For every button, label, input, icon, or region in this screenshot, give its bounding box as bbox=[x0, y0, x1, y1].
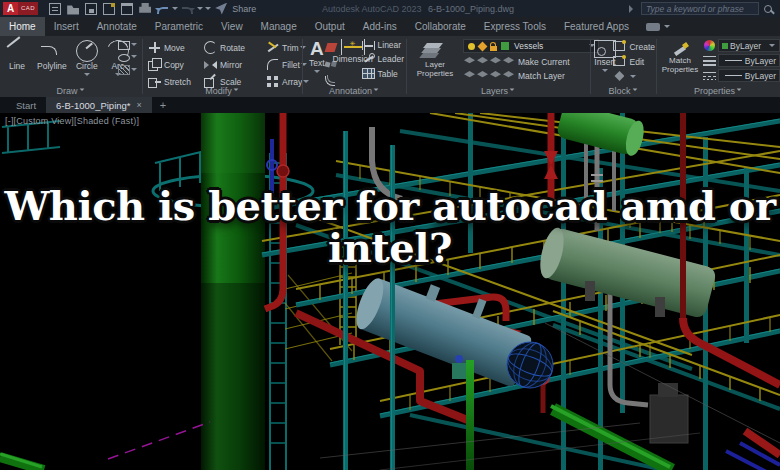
layer-thaw-icon[interactable] bbox=[478, 41, 488, 51]
leader-icon bbox=[362, 52, 375, 65]
move-button[interactable]: Move bbox=[148, 40, 204, 55]
match-layer-button[interactable]: Match Layer bbox=[463, 69, 599, 82]
edit-attributes-icon bbox=[614, 71, 624, 81]
hatch-button[interactable] bbox=[118, 64, 138, 75]
redo-caret-icon[interactable] bbox=[197, 7, 203, 13]
document-title: 6-B-1000_Piping.dwg bbox=[428, 4, 514, 14]
viewport-controls[interactable]: [-][Custom View][Shaded (Fast)] bbox=[5, 116, 139, 126]
line-icon bbox=[6, 40, 28, 62]
rectangle-button[interactable] bbox=[118, 39, 138, 50]
text-caret-icon bbox=[314, 70, 320, 76]
search-chevron-icon[interactable] bbox=[629, 5, 637, 13]
panel-label-draw[interactable]: Draw bbox=[0, 86, 142, 96]
tab-manage[interactable]: Manage bbox=[252, 17, 306, 36]
tab-parametric[interactable]: Parametric bbox=[146, 17, 212, 36]
match-properties-button[interactable]: Match Properties bbox=[659, 41, 701, 75]
tab-insert[interactable]: Insert bbox=[45, 17, 88, 36]
circle-button[interactable]: Circle bbox=[76, 40, 98, 79]
lineweight-sample bbox=[725, 60, 742, 61]
panel-label-block[interactable]: Block bbox=[591, 86, 656, 96]
table-button[interactable]: Table bbox=[362, 67, 404, 80]
save-icon[interactable] bbox=[85, 3, 97, 15]
lineweight-dropdown[interactable]: ByLayer bbox=[718, 54, 780, 67]
search-input[interactable]: Type a keyword or phrase bbox=[641, 2, 759, 15]
polyline-button[interactable]: Polyline bbox=[37, 40, 67, 79]
insert-caret-icon bbox=[602, 69, 608, 75]
plot-icon[interactable] bbox=[121, 3, 133, 15]
panel-block: Insert Create Edit Block bbox=[591, 36, 656, 97]
text-button[interactable]: AText bbox=[309, 39, 325, 76]
make-current-button[interactable]: Make Current bbox=[463, 55, 599, 68]
edit-block-button[interactable]: Edit bbox=[613, 55, 655, 68]
tab-featured-apps[interactable]: Featured Apps bbox=[555, 17, 638, 36]
save-as-icon[interactable] bbox=[103, 3, 115, 15]
panel-layers: Layer Properties Vessels Make Current bbox=[407, 36, 590, 97]
redo-icon[interactable] bbox=[182, 7, 193, 14]
object-color-dropdown[interactable]: ByLayer bbox=[718, 39, 780, 52]
linear-button[interactable]: Linear bbox=[362, 39, 404, 50]
file-tab-start[interactable]: Start bbox=[6, 97, 46, 113]
panel-modify: Move Rotate Trim Copy Mirror Fillet Stre… bbox=[143, 36, 302, 97]
edit-block-icon bbox=[613, 56, 625, 66]
layer-color-swatch[interactable] bbox=[501, 42, 509, 50]
thumbnail-title: Which is better for autocad amd or intel… bbox=[0, 185, 780, 268]
file-tab-drawing[interactable]: 6-B-1000_Piping* × bbox=[46, 97, 152, 113]
undo-icon[interactable] bbox=[157, 7, 168, 14]
layer-on-icon[interactable] bbox=[468, 43, 475, 50]
ribbon-display-toggle[interactable] bbox=[646, 17, 671, 36]
leader-button[interactable]: Leader bbox=[362, 52, 404, 65]
share-icon[interactable] bbox=[215, 3, 227, 15]
linetype-icon bbox=[703, 70, 716, 81]
undo-caret-icon[interactable] bbox=[172, 7, 178, 13]
panel-label-properties[interactable]: Properties bbox=[657, 86, 780, 96]
hatch-caret-icon bbox=[131, 68, 137, 74]
linetype-sample bbox=[725, 75, 742, 76]
ribbon-toggle-icon bbox=[646, 23, 660, 31]
circle-caret-icon bbox=[84, 73, 90, 79]
current-layer-name: Vessels bbox=[514, 41, 588, 51]
qat-customize-icon[interactable] bbox=[205, 7, 211, 13]
tab-output[interactable]: Output bbox=[306, 17, 354, 36]
make-current-icon bbox=[503, 57, 514, 66]
rotate-button[interactable]: Rotate bbox=[204, 40, 266, 55]
search-icon[interactable] bbox=[764, 5, 772, 13]
tab-express-tools[interactable]: Express Tools bbox=[475, 17, 555, 36]
tab-collaborate[interactable]: Collaborate bbox=[406, 17, 475, 36]
line-button[interactable]: Line bbox=[6, 40, 28, 79]
copy-button[interactable]: Copy bbox=[148, 57, 204, 72]
ellipse-button[interactable] bbox=[118, 52, 138, 62]
autocad-logo-text: CAD bbox=[18, 2, 38, 15]
tab-annotate[interactable]: Annotate bbox=[88, 17, 146, 36]
panel-properties: Match Properties ByLayer ByLayer bbox=[657, 36, 780, 97]
file-tab-close-icon[interactable]: × bbox=[137, 100, 142, 110]
tab-home[interactable]: Home bbox=[0, 17, 45, 36]
new-file-icon[interactable] bbox=[49, 3, 61, 15]
layer-properties-button[interactable]: Layer Properties bbox=[413, 41, 457, 79]
ribbon-tab-bar: Home Insert Annotate Parametric View Man… bbox=[0, 17, 780, 36]
create-block-icon bbox=[613, 41, 625, 51]
viewport-canvas[interactable] bbox=[0, 113, 780, 470]
layer-dropdown[interactable]: Vessels bbox=[463, 39, 599, 53]
linetype-dropdown[interactable]: ByLayer bbox=[718, 69, 780, 82]
panel-label-annotation[interactable]: Annotation bbox=[303, 86, 406, 96]
drawing-viewport[interactable]: [-][Custom View][Shaded (Fast)] Which is… bbox=[0, 113, 780, 470]
tab-add-ins[interactable]: Add-ins bbox=[354, 17, 406, 36]
new-drawing-tab-button[interactable]: + bbox=[152, 97, 174, 113]
mirror-button[interactable]: Mirror bbox=[204, 57, 266, 72]
panel-label-layers[interactable]: Layers bbox=[407, 86, 590, 96]
layer-tool-icon bbox=[464, 57, 475, 66]
fillet-icon bbox=[267, 59, 278, 70]
layer-properties-icon bbox=[424, 41, 446, 61]
attributes-caret-icon bbox=[630, 75, 636, 81]
autocad-logo[interactable]: A CAD bbox=[3, 2, 38, 15]
create-block-button[interactable]: Create bbox=[613, 40, 655, 53]
panel-label-modify[interactable]: Modify bbox=[143, 86, 302, 96]
layer-unlock-icon[interactable] bbox=[490, 46, 497, 51]
print-icon[interactable] bbox=[139, 3, 151, 15]
edit-attributes-button[interactable] bbox=[613, 70, 655, 83]
open-file-icon[interactable] bbox=[67, 3, 79, 15]
tab-view[interactable]: View bbox=[212, 17, 252, 36]
layer-tool-icon bbox=[464, 71, 475, 80]
share-label[interactable]: Share bbox=[232, 4, 256, 14]
match-properties-icon bbox=[672, 41, 688, 57]
